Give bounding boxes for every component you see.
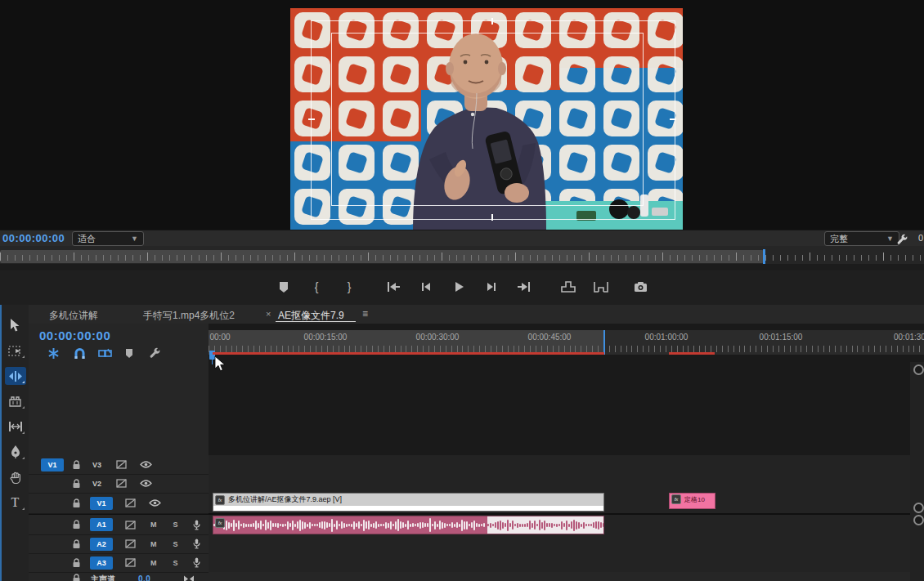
clip-video-short-label: 定格10 [684, 495, 705, 504]
track-lane-a3[interactable] [209, 553, 924, 573]
mic-icon[interactable] [193, 520, 200, 530]
mute-button[interactable]: M [150, 521, 157, 529]
timeline-timecode[interactable]: 00:00:00:00 [39, 328, 110, 342]
ripple-edit-tool[interactable] [5, 367, 26, 385]
panel-menu-icon[interactable]: ≡ [362, 308, 368, 320]
monitor-timecode[interactable]: 00:00:00:00 [2, 232, 65, 244]
ruler-label: 00:01:00:00 [645, 333, 689, 342]
zoom-level-value: 适合 [78, 233, 96, 245]
lock-icon[interactable] [72, 539, 81, 549]
scrollbar-grip-mid[interactable] [913, 503, 924, 513]
transform-outline-inner[interactable] [331, 33, 644, 206]
eye-icon[interactable] [140, 461, 152, 468]
timeline-settings-wrench-icon[interactable] [149, 347, 161, 360]
track-name-v1[interactable]: V1 [90, 497, 113, 510]
scrollbar-grip-bottom[interactable] [913, 515, 924, 525]
mic-icon[interactable] [193, 539, 200, 549]
track-name-a2[interactable]: A2 [90, 538, 113, 551]
tab-close-icon[interactable]: × [266, 309, 271, 319]
lock-icon[interactable] [72, 498, 81, 508]
step-forward-button[interactable] [482, 279, 500, 295]
sync-lock-icon[interactable] [125, 539, 136, 548]
lift-button[interactable] [559, 279, 577, 295]
go-to-in-point-button[interactable] [384, 279, 402, 295]
mute-button[interactable]: M [150, 559, 157, 567]
monitor-right-partial-text: 0 [918, 233, 923, 243]
solo-button[interactable]: S [173, 521, 178, 529]
play-button[interactable] [450, 279, 468, 295]
track-name-v3[interactable]: V3 [92, 461, 101, 469]
sync-lock-icon[interactable] [125, 521, 136, 530]
transform-handle-top[interactable] [491, 18, 493, 25]
track-header-v2: V2 [29, 474, 209, 494]
slip-tool[interactable] [5, 418, 26, 436]
transform-handle-left[interactable] [308, 118, 315, 120]
track-select-forward-tool[interactable] [5, 342, 26, 360]
timeline-tab-bar: 多机位讲解 手特写1.mp4多机位2 × AE抠像文件7.9 ≡ [29, 305, 924, 324]
sync-lock-icon[interactable] [116, 460, 127, 469]
source-patch-v1[interactable]: V1 [41, 458, 64, 472]
track-name-v2[interactable]: V2 [92, 480, 101, 488]
audio-waveform-right [487, 518, 604, 532]
type-tool[interactable]: T [5, 494, 26, 512]
timeline-marker-icon[interactable] [124, 348, 134, 359]
mark-out-button[interactable]: } [340, 279, 358, 295]
video-preview[interactable] [290, 8, 683, 230]
monitor-settings-wrench-icon[interactable] [893, 231, 911, 248]
linked-selection-icon[interactable] [98, 348, 112, 359]
monitor-area-end-marker[interactable] [763, 249, 765, 264]
eye-icon[interactable] [140, 480, 152, 487]
tab-sequence-2[interactable]: 手特写1.mp4多机位2 [143, 309, 235, 323]
mark-in-button[interactable]: { [307, 279, 325, 295]
selection-tool[interactable] [5, 316, 26, 334]
step-back-button[interactable] [417, 279, 435, 295]
premiere-pro-app: { "colors":{"accent_blue":"#55a0ee","bad… [0, 0, 924, 581]
type-tool-label: T [11, 495, 20, 510]
fit-keyframes-icon[interactable] [183, 575, 195, 581]
lock-icon[interactable] [72, 574, 81, 581]
tab-sequence-1[interactable]: 多机位讲解 [49, 309, 98, 323]
program-monitor [0, 0, 924, 230]
track-name-a3[interactable]: A3 [90, 556, 113, 570]
master-volume-value[interactable]: 0.0 [138, 574, 150, 581]
vertical-scrollbar[interactable] [910, 362, 924, 581]
playback-quality-select[interactable]: 完整 ▼ [824, 231, 899, 246]
mute-button[interactable]: M [150, 540, 157, 548]
mini-ruler-bottom-strip [0, 264, 924, 270]
transform-handle-right[interactable] [670, 118, 676, 120]
sync-lock-icon[interactable] [116, 479, 127, 488]
track-name-a1[interactable]: A1 [90, 518, 113, 531]
hand-tool[interactable] [5, 468, 26, 486]
zoom-level-select[interactable]: 适合 ▼ [72, 231, 144, 246]
clip-audio-main[interactable]: fx [213, 516, 604, 534]
lock-icon[interactable] [72, 460, 81, 470]
track-lane-v3[interactable] [209, 455, 924, 475]
solo-button[interactable]: S [173, 559, 178, 567]
timeline-ruler[interactable]: 00:00 00:00:15:00 00:00:30:00 00:00:45:0… [209, 330, 924, 355]
track-lane-a2[interactable] [209, 534, 924, 554]
monitor-mini-ruler[interactable] [0, 246, 924, 270]
transform-handle-bottom[interactable] [491, 214, 493, 221]
add-marker-button[interactable] [275, 279, 293, 295]
clip-video-short[interactable]: fx 定格10 [669, 493, 715, 509]
pen-tool[interactable] [5, 443, 26, 461]
sync-lock-icon[interactable] [125, 558, 136, 567]
lock-icon[interactable] [72, 479, 81, 489]
track-lane-v2[interactable] [209, 474, 924, 494]
mic-icon[interactable] [193, 557, 200, 568]
clip-video-main[interactable]: fx 多机位讲解/AE抠像文件7.9.aep [V] [213, 493, 604, 512]
go-to-out-point-button[interactable] [515, 279, 533, 295]
lock-icon[interactable] [72, 558, 81, 568]
track-header-master: 主声道 0.0 [29, 572, 209, 581]
snap-magnet-icon[interactable] [74, 347, 86, 360]
scrollbar-grip-top[interactable] [913, 364, 924, 375]
sync-lock-icon[interactable] [125, 498, 136, 507]
eye-icon[interactable] [149, 499, 161, 507]
track-lane-master[interactable] [209, 572, 924, 581]
razor-tool[interactable] [5, 392, 26, 410]
export-frame-camera-icon[interactable] [631, 279, 649, 295]
extract-button[interactable] [592, 279, 610, 295]
solo-button[interactable]: S [173, 540, 178, 548]
lock-icon[interactable] [72, 520, 81, 530]
nest-sequence-icon[interactable] [47, 347, 60, 360]
